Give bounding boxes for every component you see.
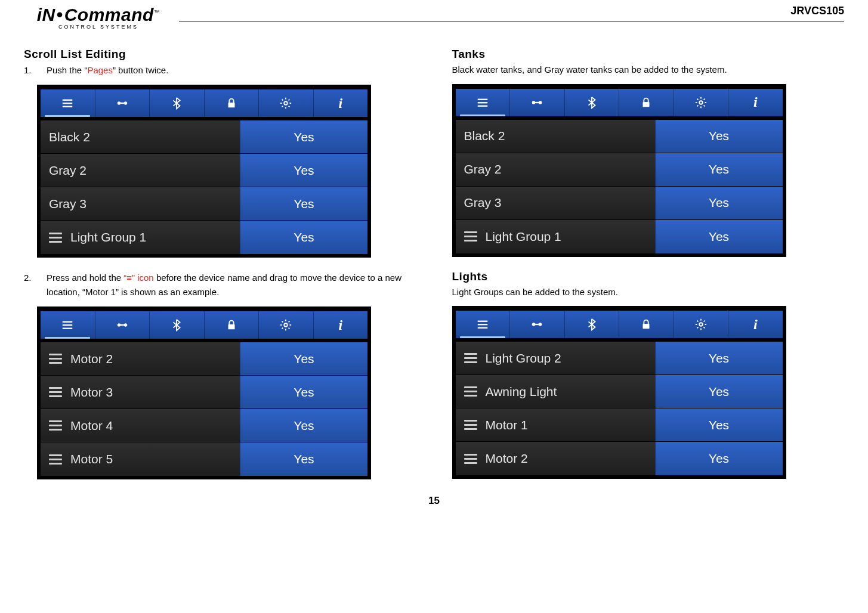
svg-rect-6 xyxy=(228,103,234,107)
row-value[interactable]: Yes xyxy=(655,342,783,374)
logo-part-a: iN xyxy=(37,5,55,24)
svg-rect-53 xyxy=(534,324,540,325)
drag-handle-icon[interactable] xyxy=(49,233,62,243)
step-2-icon-word: icon xyxy=(135,273,154,283)
list-item[interactable]: Motor 2 Yes xyxy=(456,442,783,475)
menu-icon[interactable] xyxy=(41,89,95,117)
row-label: Gray 3 xyxy=(49,197,87,211)
icon-bar: i xyxy=(41,311,367,339)
svg-rect-37 xyxy=(534,101,540,103)
screenshot-c: i Black 2 Yes Gray 2 Yes Gray 3 Yes Ligh… xyxy=(452,84,786,257)
list-item[interactable]: Motor 2 Yes xyxy=(41,342,367,376)
drag-handle-icon[interactable] xyxy=(49,420,62,431)
row-value[interactable]: Yes xyxy=(240,221,367,254)
row-value[interactable]: Yes xyxy=(655,375,783,408)
lock-icon[interactable] xyxy=(205,89,260,117)
link-icon[interactable] xyxy=(95,311,150,339)
link-icon[interactable] xyxy=(95,89,150,117)
list-item[interactable]: Light Group 2 Yes xyxy=(456,342,783,375)
bluetooth-icon[interactable] xyxy=(565,311,620,338)
gear-icon[interactable] xyxy=(674,89,729,116)
step-1: 1. Push the “Pages” button twice. xyxy=(24,63,416,78)
link-icon[interactable] xyxy=(510,311,565,338)
lock-icon[interactable] xyxy=(619,311,674,338)
list-item[interactable]: Gray 3 Yes xyxy=(41,187,367,221)
row-value[interactable]: Yes xyxy=(655,408,783,441)
svg-line-29 xyxy=(289,328,290,329)
row-label: Gray 2 xyxy=(49,163,87,178)
bluetooth-icon[interactable] xyxy=(565,89,620,116)
link-icon[interactable] xyxy=(510,89,565,116)
drag-handle-icon[interactable] xyxy=(464,386,477,397)
list-item[interactable]: Black 2 Yes xyxy=(41,120,367,154)
list-item[interactable]: Gray 3 Yes xyxy=(456,187,783,220)
drag-handle-icon[interactable] xyxy=(464,353,477,363)
header-rule xyxy=(179,21,844,21)
menu-icon[interactable] xyxy=(456,89,511,116)
row-label: Light Group 2 xyxy=(486,351,561,366)
info-icon[interactable]: i xyxy=(728,311,783,338)
svg-rect-38 xyxy=(643,102,650,107)
row-label: Motor 3 xyxy=(70,385,113,400)
drag-handle-icon[interactable] xyxy=(464,231,477,242)
svg-line-47 xyxy=(703,98,705,100)
row-value[interactable]: Yes xyxy=(655,442,783,475)
gear-icon[interactable] xyxy=(259,89,314,117)
list-item[interactable]: Gray 2 Yes xyxy=(41,154,367,187)
left-column: Scroll List Editing 1. Push the “Pages” … xyxy=(24,48,416,493)
row-value[interactable]: Yes xyxy=(240,376,367,408)
row-value[interactable]: Yes xyxy=(240,154,367,187)
svg-rect-1 xyxy=(63,103,73,104)
drag-handle-icon[interactable] xyxy=(49,387,62,397)
svg-rect-18 xyxy=(63,328,73,329)
svg-line-60 xyxy=(697,321,698,322)
svg-rect-16 xyxy=(63,321,73,323)
row-value[interactable]: Yes xyxy=(655,120,783,153)
list-item[interactable]: Awning Light Yes xyxy=(456,375,783,408)
info-icon[interactable]: i xyxy=(314,311,368,339)
svg-line-31 xyxy=(289,321,290,323)
svg-line-44 xyxy=(697,98,698,100)
svg-point-7 xyxy=(285,101,288,105)
row-label: Light Group 1 xyxy=(70,230,146,244)
svg-line-61 xyxy=(703,327,705,329)
drag-handle-icon[interactable] xyxy=(464,420,477,430)
row-value[interactable]: Yes xyxy=(655,187,783,219)
row-value[interactable]: Yes xyxy=(240,120,367,153)
menu-icon[interactable] xyxy=(41,311,95,339)
list-item[interactable]: Black 2 Yes xyxy=(456,120,783,153)
list-item[interactable]: Gray 2 Yes xyxy=(456,153,783,187)
drag-handle-icon[interactable] xyxy=(49,454,62,465)
gear-icon[interactable] xyxy=(259,311,314,339)
list-item[interactable]: Motor 5 Yes xyxy=(41,442,367,476)
list-item[interactable]: Light Group 1 Yes xyxy=(456,220,783,253)
drag-handle-icon[interactable] xyxy=(49,354,62,364)
bluetooth-icon[interactable] xyxy=(150,89,205,117)
row-label: Gray 2 xyxy=(464,162,502,177)
info-icon[interactable]: i xyxy=(314,89,368,117)
step-2-red: ≡ xyxy=(126,273,132,283)
row-value[interactable]: Yes xyxy=(240,187,367,220)
icon-bar: i xyxy=(41,89,367,117)
row-value[interactable]: Yes xyxy=(240,442,367,476)
page-header: iN•Command™ CONTROL SYSTEMS JRVCS105 xyxy=(24,0,844,30)
info-icon[interactable]: i xyxy=(728,89,783,116)
row-value[interactable]: Yes xyxy=(240,342,367,375)
row-value[interactable]: Yes xyxy=(655,153,783,186)
logo-dot: • xyxy=(55,5,64,24)
bluetooth-icon[interactable] xyxy=(150,311,205,339)
list-item[interactable]: Motor 1 Yes xyxy=(456,408,783,442)
svg-line-13 xyxy=(289,106,290,107)
menu-icon[interactable] xyxy=(456,311,511,338)
drag-handle-icon[interactable] xyxy=(464,454,477,464)
gear-icon[interactable] xyxy=(674,311,729,338)
row-value[interactable]: Yes xyxy=(240,409,367,442)
svg-rect-5 xyxy=(119,103,125,104)
list-item[interactable]: Motor 4 Yes xyxy=(41,409,367,442)
list-item[interactable]: Motor 3 Yes xyxy=(41,376,367,409)
lock-icon[interactable] xyxy=(619,89,674,116)
row-value[interactable]: Yes xyxy=(655,220,783,253)
row-list-c: Black 2 Yes Gray 2 Yes Gray 3 Yes Light … xyxy=(456,120,783,253)
list-item[interactable]: Light Group 1 Yes xyxy=(41,221,367,254)
lock-icon[interactable] xyxy=(205,311,260,339)
